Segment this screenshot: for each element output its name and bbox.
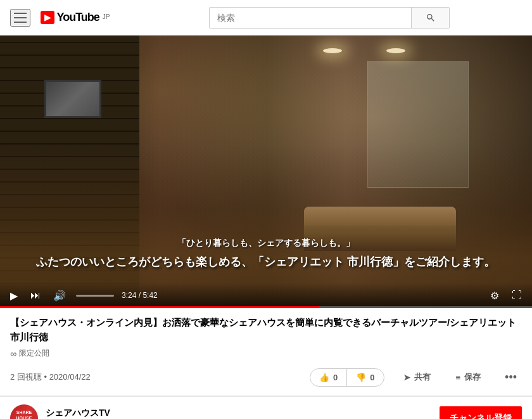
channel-name[interactable]: シェアハウスTV xyxy=(46,408,136,419)
subtitle-line2: ふたつのいいところがどちらも楽しめる、「シェアリエット 市川行徳」をご紹介します… xyxy=(13,254,519,270)
date-separator: • xyxy=(44,372,49,382)
action-buttons: 👍 0 👎 0 ➤ 共有 ≡ 保存 ••• xyxy=(310,368,522,387)
window-light xyxy=(367,61,469,188)
share-button[interactable]: ➤ 共有 xyxy=(397,368,437,387)
youtube-logo-text: YouTube xyxy=(57,11,99,24)
search-button[interactable] xyxy=(411,8,449,28)
subscribe-button[interactable]: チャンネル登録 xyxy=(440,406,522,419)
thumbs-down-icon: 👎 xyxy=(356,373,366,382)
search-icon xyxy=(426,13,436,23)
save-icon: ≡ xyxy=(456,373,461,382)
progress-fill xyxy=(0,306,319,308)
like-button[interactable]: 👍 0 xyxy=(310,369,347,386)
next-button[interactable]: ⏭ xyxy=(28,287,43,304)
channel-avatar[interactable]: SHARE HOUSE TV xyxy=(10,404,38,419)
time-total: 5:42 xyxy=(142,291,157,300)
subtitle-overlay: 「ひとり暮らしも、シェアする暮らしも。」 ふたつのいいところがどちらも楽しめる、… xyxy=(0,238,532,270)
sofa-back xyxy=(304,207,456,226)
unlisted-badge: ∞ 限定公開 xyxy=(10,348,522,359)
time-display: 3:24 / 5:42 xyxy=(122,291,158,300)
channel-section: SHARE HOUSE TV シェアハウスTV チャンネル登録者数 525人 チ… xyxy=(0,396,532,419)
channel-left: SHARE HOUSE TV シェアハウスTV チャンネル登録者数 525人 xyxy=(10,404,136,419)
logo-area[interactable]: ▶ YouTube JP xyxy=(41,11,110,24)
info-section: 【シェアハウス・オンライン内見】お洒落で豪華なシェアハウスを簡単に内覧できるバー… xyxy=(0,308,532,396)
actions-row: 2 回視聴 • 2020/04/22 👍 0 👎 0 ➤ 共有 xyxy=(10,364,522,390)
save-label: 保存 xyxy=(464,371,481,383)
view-count: 2 回視聴 xyxy=(10,372,42,382)
subtitle-line1: 「ひとり暮らしも、シェアする暮らしも。」 xyxy=(13,238,519,249)
share-label: 共有 xyxy=(414,371,431,383)
dislike-count: 0 xyxy=(370,373,374,382)
progress-bar[interactable] xyxy=(0,306,532,308)
hamburger-menu[interactable] xyxy=(10,9,30,27)
tv-on-wall xyxy=(44,80,101,118)
dislike-button[interactable]: 👎 0 xyxy=(347,369,383,386)
views-date: 2 回視聴 • 2020/04/22 xyxy=(10,371,91,383)
like-count: 0 xyxy=(333,373,338,382)
controls-right: ⚙ ⛶ xyxy=(488,287,524,304)
ceiling-light-1 xyxy=(386,48,405,53)
play-button[interactable]: ▶ xyxy=(8,287,20,304)
header: ▶ YouTube JP xyxy=(0,0,532,35)
youtube-logo-icon: ▶ xyxy=(41,11,54,24)
save-button[interactable]: ≡ 保存 xyxy=(450,368,488,387)
ceiling-light-2 xyxy=(323,48,342,53)
video-controls: ▶ ⏭ 🔊 3:24 / 5:42 ⚙ ⛶ xyxy=(0,283,532,308)
video-player[interactable]: 「ひとり暮らしも、シェアする暮らしも。」 ふたつのいいところがどちらも楽しめる、… xyxy=(0,35,532,308)
channel-info: シェアハウスTV チャンネル登録者数 525人 xyxy=(46,408,136,420)
volume-bar[interactable] xyxy=(76,295,114,297)
search-bar xyxy=(137,7,522,29)
like-dislike-group: 👍 0 👎 0 xyxy=(310,368,384,387)
infinity-icon: ∞ xyxy=(10,349,16,359)
share-icon: ➤ xyxy=(403,373,410,382)
tv-screen xyxy=(46,82,99,116)
search-bar-inner xyxy=(209,7,450,29)
search-input[interactable] xyxy=(210,8,411,28)
more-button[interactable]: ••• xyxy=(500,368,522,387)
youtube-jp-label: JP xyxy=(103,13,110,20)
publish-date: 2020/04/22 xyxy=(49,372,91,382)
settings-button[interactable]: ⚙ xyxy=(488,287,502,304)
header-left: ▶ YouTube JP xyxy=(10,9,137,27)
time-current: 3:24 xyxy=(122,291,136,300)
thumbs-up-icon: 👍 xyxy=(319,373,329,382)
fullscreen-button[interactable]: ⛶ xyxy=(509,287,524,304)
volume-button[interactable]: 🔊 xyxy=(51,287,68,304)
video-title: 【シェアハウス・オンライン内見】お洒落で豪華なシェアハウスを簡単に内覧できるバー… xyxy=(10,316,522,344)
unlisted-text: 限定公開 xyxy=(19,348,49,359)
avatar-content: SHARE HOUSE TV xyxy=(10,404,38,419)
